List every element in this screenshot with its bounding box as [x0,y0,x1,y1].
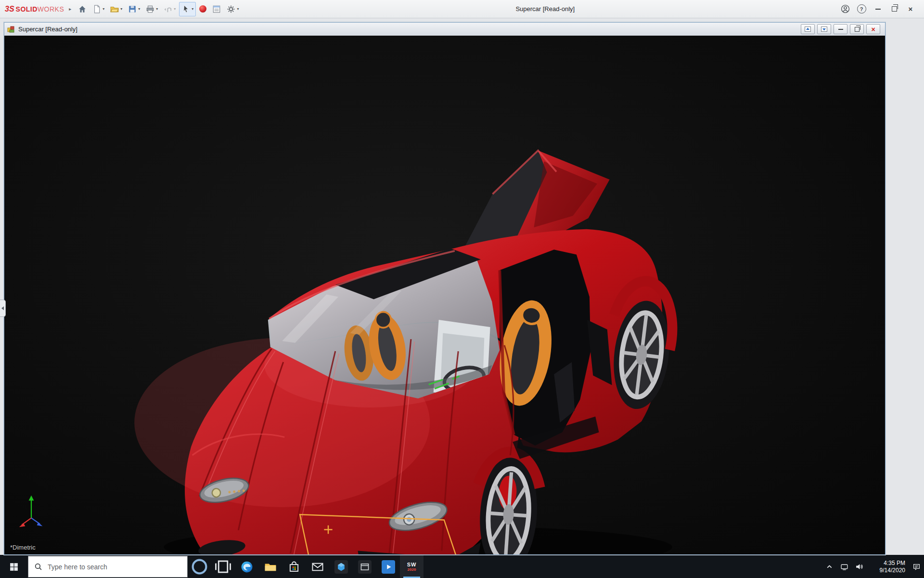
select-tool-button[interactable]: ▾ [179,2,196,16]
help-icon: ? [857,4,866,13]
doc-window-previous-button[interactable] [801,24,815,34]
volume-icon [855,563,863,571]
chevron-down-icon[interactable]: ▾ [103,7,104,11]
assembly-document-icon [7,26,15,33]
screen: 3S SOLID WORKS ▸ ▾ ▾ ▾ ▾ ▾ ▾ [0,0,924,578]
task-view-button[interactable] [211,555,235,578]
help-button[interactable]: ? [854,2,869,16]
save-button[interactable]: ▾ [126,2,142,16]
display-network-icon [840,563,848,571]
cortana-icon [191,558,208,576]
network-button[interactable] [837,555,852,578]
solidworks-logo-icon: 3S [5,5,14,13]
mail-button[interactable] [306,555,329,578]
chevron-up-icon [825,563,834,571]
home-button[interactable] [76,2,89,16]
undo-button[interactable]: ▾ [161,2,178,16]
cortana-button[interactable] [188,555,211,578]
select-cursor-icon [181,5,190,13]
minimize-icon [875,9,881,10]
minimize-icon [838,29,843,30]
hexagon-app-icon [334,560,348,574]
chevron-down-icon[interactable]: ▾ [237,7,239,11]
window-arrow-up-icon [805,26,811,32]
properties-sheet-icon [212,5,221,13]
new-document-icon [92,5,101,13]
view-orientation-label: *Dimetric [10,544,36,551]
account-icon [841,4,850,13]
print-icon [146,5,154,13]
edge-button[interactable] [235,555,258,578]
open-button[interactable]: ▾ [108,2,125,16]
store-icon [288,561,300,573]
chevron-left-icon [1,306,4,310]
start-button[interactable] [0,555,28,578]
close-icon: × [909,5,913,13]
doc-restore-button[interactable] [850,24,864,34]
app-window-controls: ? × [837,2,924,16]
close-icon: × [871,26,875,33]
chevron-down-icon[interactable]: ▾ [138,7,140,11]
print-button[interactable]: ▾ [143,2,160,16]
pinned-app-media-button[interactable] [376,555,400,578]
supercar-model-render [4,36,885,554]
document-title: Supercar [Read-only] [18,26,77,33]
document-titlebar[interactable]: Supercar [Read-only] × [4,23,885,36]
account-button[interactable] [837,2,853,16]
pinned-app-window-button[interactable] [353,555,376,578]
app-window-title: Supercar [Read-only] [515,5,575,13]
volume-button[interactable] [852,555,867,578]
brand-works: WORKS [38,5,64,13]
solidworks-2020-icon: SW 2020 [405,560,419,574]
windows-logo-icon [10,563,18,571]
action-center-icon [912,563,921,571]
collapsed-panel-tab[interactable] [0,300,6,317]
chevron-down-icon[interactable]: ▾ [174,7,176,11]
properties-button[interactable] [210,2,223,16]
settings-button[interactable]: ▾ [224,2,241,16]
minimize-button[interactable] [870,2,886,16]
system-tray: 4:35 PM 9/14/2020 [822,555,924,578]
window-arrow-down-icon [821,26,827,32]
restore-icon [892,6,897,12]
file-explorer-button[interactable] [258,555,282,578]
search-icon [34,563,42,571]
doc-minimize-button[interactable] [834,24,847,34]
new-document-button[interactable]: ▾ [90,2,107,16]
chevron-down-icon[interactable]: ▾ [120,7,122,11]
doc-window-next-button[interactable] [817,24,831,34]
doc-close-button[interactable]: × [866,24,880,34]
action-center-button[interactable] [909,555,924,578]
3d-viewport[interactable]: *Dimetric [4,36,885,554]
pinned-app-hexagon-button[interactable] [329,555,353,578]
hidden-icons-button[interactable] [822,555,837,578]
3dexperience-sphere-icon [199,5,206,13]
solidworks-2020-button[interactable]: SW 2020 [400,555,424,578]
settings-gear-icon [227,5,235,13]
taskbar-clock[interactable]: 4:35 PM 9/14/2020 [867,559,909,575]
3dexperience-button[interactable] [197,2,209,16]
open-folder-icon [110,5,119,13]
restore-icon [855,27,860,32]
chevron-down-icon[interactable]: ▾ [192,7,193,11]
search-input[interactable] [47,563,174,571]
undo-icon [164,5,172,13]
edge-icon [241,561,253,573]
solidworks-logo: 3S SOLID WORKS [5,5,64,13]
document-window-controls: × [801,24,882,34]
close-button[interactable]: × [903,2,918,16]
taskbar: SW 2020 4:35 PM 9/14/2020 [0,555,924,578]
media-app-icon [382,560,395,574]
restore-button[interactable] [886,2,902,16]
clock-time: 4:35 PM [884,560,905,567]
mail-icon [311,561,324,573]
brand-solid: SOLID [16,5,38,13]
store-button[interactable] [282,555,306,578]
client-area: Supercar [Read-only] × [0,18,924,555]
task-view-icon [214,558,232,576]
app-titlebar: 3S SOLID WORKS ▸ ▾ ▾ ▾ ▾ ▾ ▾ [0,0,924,18]
chevron-down-icon[interactable]: ▾ [156,7,158,11]
menu-expand-arrow-icon[interactable]: ▸ [69,6,71,12]
home-icon [78,5,87,13]
taskbar-search[interactable] [28,556,188,578]
